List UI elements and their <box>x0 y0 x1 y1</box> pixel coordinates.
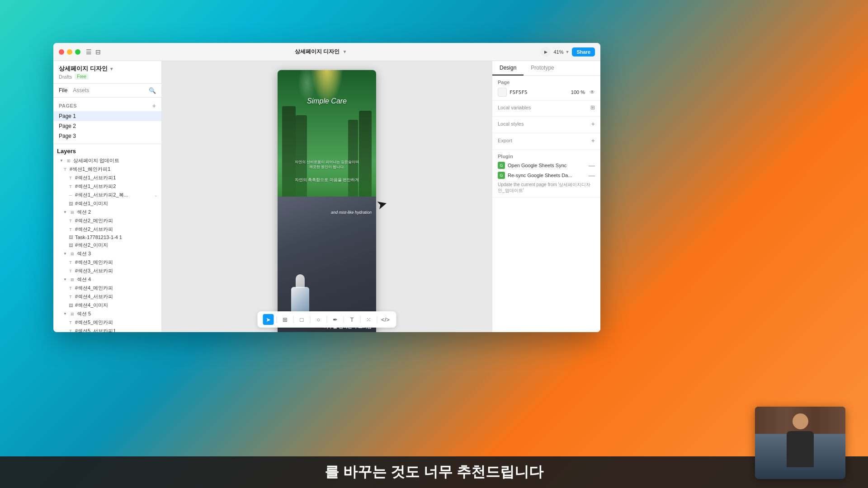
components-button[interactable]: ⁙ <box>363 314 374 325</box>
chevron-down-icon: ⌄ <box>154 193 158 197</box>
rect-tool-button[interactable]: □ <box>297 314 307 325</box>
page-color-value: F5F5F5 <box>509 89 528 95</box>
tab-design[interactable]: Design <box>492 61 524 75</box>
code-button[interactable]: </> <box>380 314 391 325</box>
text-tool-button[interactable]: T <box>347 314 358 325</box>
layer-section2-image[interactable]: 🖼 #섹션2_이미지 <box>53 241 161 249</box>
layer-section3-main[interactable]: T #섹션3_메인카피 <box>53 258 161 267</box>
bottom-toolbar: ➤ ⊞ □ ○ ✒ T ⁙ </> <box>258 311 396 328</box>
layer-section5-main[interactable]: T #섹션5_메인카피 <box>53 318 161 327</box>
forest-subtitle-text: 자연의 신비로움이 피어나는 깊은숲이며 깨끗한 원인이 됩니다. <box>295 160 359 169</box>
layer-section2[interactable]: ▼ ⊞ 섹션 2 <box>53 208 161 216</box>
present-button[interactable]: ▶ <box>541 47 551 57</box>
layer-section4-main[interactable]: T #섹션4_메인카피 <box>53 284 161 292</box>
frame-tool-button[interactable]: ⊞ <box>280 314 291 325</box>
project-dropdown-icon[interactable]: ▼ <box>109 66 114 71</box>
hamburger-icon[interactable]: ☰ <box>86 48 92 56</box>
close-button[interactable] <box>59 49 64 55</box>
minimize-button[interactable] <box>67 49 72 55</box>
text-icon: T <box>68 227 73 232</box>
expand-icon[interactable]: ▼ <box>62 251 68 257</box>
layer-section1-subcopy2[interactable]: T #섹션1_서브카피2 <box>53 182 161 191</box>
subtitle-text: 를 바꾸는 것도 너무 추천드립니다 <box>325 462 543 482</box>
local-variables-section: Local variables ⊞ <box>492 101 600 117</box>
local-variables-icon[interactable]: ⊞ <box>590 104 595 111</box>
toolbar-separator <box>344 316 344 323</box>
project-dropdown-icon[interactable]: ▼ <box>342 49 347 54</box>
forest-title-text: Simple Care <box>307 97 347 105</box>
project-name: 상세페이지 디자인 ▼ <box>59 65 114 73</box>
expand-icon[interactable]: ▼ <box>59 158 64 164</box>
plugin-2-desc: Update the current page from '상세페이지디자인_업… <box>498 182 595 193</box>
layer-section3-sub[interactable]: T #섹션3_서브카피 <box>53 267 161 275</box>
left-sidebar: 상세페이지 디자인 ▼ Drafts Free File Assets 🔍 <box>53 61 162 332</box>
free-tag: Free <box>75 74 89 80</box>
image-icon: 🖼 <box>68 303 73 308</box>
tab-prototype[interactable]: Prototype <box>524 61 561 75</box>
page-3-item[interactable]: Page 3 <box>53 131 161 141</box>
page-section-title: Page <box>498 80 595 85</box>
search-icon[interactable]: 🔍 <box>149 87 156 94</box>
phone-content: Simple Care 자연의 신비로움이 피어나는 깊은숲이며 깨끗한 원인이… <box>278 70 376 332</box>
add-page-icon[interactable]: + <box>152 102 156 109</box>
add-export-icon[interactable]: + <box>591 137 595 144</box>
layer-section3[interactable]: ▼ ⊞ 섹션 3 <box>53 249 161 258</box>
text-icon: T <box>62 167 68 172</box>
circle-tool-button[interactable]: ○ <box>313 314 324 325</box>
local-variables-row: Local variables ⊞ <box>498 104 595 111</box>
plugin-1-action[interactable]: — <box>589 162 595 169</box>
layer-section2-sub[interactable]: T #섹션2_서브카피 <box>53 225 161 234</box>
layer-section2-main[interactable]: T #섹션2_메인카피 <box>53 216 161 225</box>
zoom-control[interactable]: 41% ▼ <box>553 49 569 55</box>
zoom-dropdown-icon[interactable]: ▼ <box>566 50 570 54</box>
tab-file[interactable]: File <box>59 86 67 94</box>
app-window: ☰ ⊟ 상세페이지 디자인 ▼ ▶ 41% ▼ Share 상 <box>53 43 600 332</box>
layer-section1-subcopy2-dup[interactable]: — #섹션1_서브카피2_복... ⌄ <box>53 191 161 199</box>
layer-section1-subcopy1[interactable]: T #섹션1_서브카피1 <box>53 174 161 182</box>
share-button[interactable]: Share <box>572 47 595 56</box>
expand-icon[interactable]: ▼ <box>62 311 68 317</box>
local-styles-row: Local styles + <box>498 120 595 127</box>
section-icon: ⊞ <box>70 210 75 215</box>
page-2-item[interactable]: Page 2 <box>53 121 161 131</box>
plugin-section: Plugin G Open Google Sheets Sync — G Re-… <box>492 150 600 197</box>
page-color-swatch[interactable] <box>498 88 507 97</box>
pen-tool-button[interactable]: ✒ <box>330 314 341 325</box>
plugin-1-name-row: G Open Google Sheets Sync <box>498 162 566 169</box>
visibility-icon[interactable]: 👁 <box>590 89 595 95</box>
group-icon: ⊞ <box>66 158 71 164</box>
expand-icon-sm[interactable]: — <box>68 192 73 198</box>
image-icon: 🖼 <box>68 243 73 248</box>
expand-icon[interactable]: ▼ <box>62 210 68 215</box>
add-style-icon[interactable]: + <box>591 120 595 127</box>
layer-section1-image[interactable]: 🖼 #섹션1_이미지 <box>53 199 161 208</box>
tab-assets[interactable]: Assets <box>73 86 89 94</box>
layer-section1-copy1[interactable]: T #섹션1_헤인카피1 <box>53 165 161 174</box>
text-icon: T <box>68 260 73 265</box>
expand-icon[interactable]: ▼ <box>62 277 68 282</box>
maximize-button[interactable] <box>75 49 80 55</box>
layer-label: 상세페이지 업데이트 <box>73 157 158 164</box>
layer-task[interactable]: 🖼 Task-17781213-1-4 1 <box>53 234 161 241</box>
toolbar-separator <box>360 316 361 323</box>
layer-section4-image[interactable]: 🖼 #섹션4_이미지 <box>53 301 161 310</box>
sidebar-toggle-icon[interactable]: ⊟ <box>95 48 101 56</box>
toolbar-separator <box>327 316 327 323</box>
page-settings-section: Page F5F5F5 100 % 👁 <box>492 76 600 101</box>
layer-item-main[interactable]: ▼ ⊞ 상세페이지 업데이트 <box>53 156 161 165</box>
layer-section4[interactable]: ▼ ⊞ 섹션 4 <box>53 275 161 284</box>
page-1-item[interactable]: Page 1 <box>53 111 161 121</box>
plugin-1-icon: G <box>498 162 505 169</box>
section-icon: ⊞ <box>70 311 75 317</box>
camera-person <box>755 407 845 479</box>
title-bar-center: 상세페이지 디자인 ▼ <box>104 48 537 56</box>
cursor-tool-button[interactable]: ➤ <box>263 314 274 325</box>
toolbar-separator <box>293 316 294 323</box>
phone-frame: Simple Care 자연의 신비로움이 피어나는 깊은숲이며 깨끗한 원인이… <box>278 70 376 332</box>
layer-section4-sub[interactable]: T #섹션4_서브카피 <box>53 292 161 301</box>
plugin-2-action[interactable]: — <box>589 172 595 179</box>
layer-section5-sub[interactable]: T #섹션5_서브카피1 <box>53 327 161 332</box>
product-en-text: and mist-like hydration <box>331 210 372 215</box>
pages-title: Pages <box>59 103 77 108</box>
layer-section5[interactable]: ▼ ⊞ 섹션 5 <box>53 310 161 318</box>
